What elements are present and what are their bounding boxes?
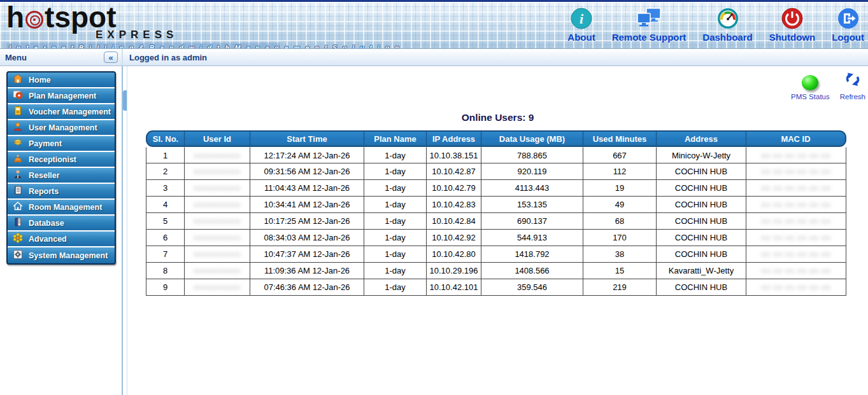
sidebar-item-home[interactable]: Home — [8, 73, 115, 88]
cell-mac-id: ×× ×× ×× ×× ×× ×× — [746, 279, 846, 296]
cell-start-time: 10:17:25 AM 12-Jan-26 — [250, 213, 364, 230]
sidebar-item-user-management[interactable]: User Management — [8, 120, 115, 136]
nav-logout[interactable]: Logout — [832, 7, 864, 43]
cell-plan-name: 1-day — [364, 230, 427, 246]
cell-start-time: 08:34:03 AM 12-Jan-26 — [250, 230, 364, 246]
nav-remote-support[interactable]: Remote Support — [612, 7, 687, 43]
sidebar-item-payment[interactable]: Payment — [8, 136, 115, 152]
col-header-data-usage: Data Usage (MB) — [481, 130, 583, 147]
sidebar-item-reseller[interactable]: Reseller — [8, 168, 115, 184]
sidebar-item-label: User Management — [29, 123, 97, 132]
sidebar-item-room-management[interactable]: Room Management — [8, 200, 115, 216]
col-header-mac-id: MAC ID — [746, 130, 846, 147]
advanced-icon — [13, 233, 23, 246]
cell-user-id: ×××××××××× — [185, 163, 250, 180]
cell-used-minutes: 49 — [583, 197, 657, 213]
sidebar-item-receptionist[interactable]: Receptionist — [8, 152, 115, 168]
sidebar-item-advanced[interactable]: Advanced — [8, 232, 115, 247]
logged-in-bar: Logged in as admin — [123, 49, 868, 66]
cell-used-minutes: 170 — [583, 230, 657, 246]
cell-ip-address: 10.10.29.196 — [427, 263, 481, 279]
sidebar-item-voucher-management[interactable]: Voucher Management — [8, 104, 115, 120]
info-icon: i — [570, 7, 593, 30]
table-row: 9 ×××××××××× 07:46:36 AM 12-Jan-26 1-day… — [146, 279, 846, 296]
col-header-plan-name: Plan Name — [364, 130, 427, 147]
room-icon — [13, 201, 23, 214]
cell-used-minutes: 19 — [583, 180, 657, 197]
cell-data-usage: 4113.443 — [481, 180, 583, 197]
nav-dashboard[interactable]: Dashboard — [702, 7, 752, 43]
cell-user-id: ×××××××××× — [185, 246, 250, 263]
cell-start-time: 11:09:36 AM 12-Jan-26 — [250, 263, 364, 279]
blurred-mac-id: ×× ×× ×× ×× ×× ×× — [761, 152, 830, 160]
table-row: 5 ×××××××××× 10:17:25 AM 12-Jan-26 1-day… — [146, 213, 846, 230]
brand-name-h: h — [6, 3, 24, 31]
cell-data-usage: 1408.566 — [481, 263, 583, 279]
panel-scrollbar-thumb[interactable] — [123, 90, 127, 111]
col-header-address: Address — [657, 130, 746, 147]
sidebar-item-plan-management[interactable]: Plan Management — [8, 88, 115, 104]
sidebar-item-label: Receptionist — [29, 155, 76, 164]
refresh-control[interactable]: Refresh — [840, 71, 865, 100]
sidebar-item-label: Home — [29, 76, 51, 85]
reports-icon — [13, 185, 23, 198]
sidebar-item-label: Advanced — [29, 235, 67, 244]
cell-used-minutes: 38 — [583, 246, 657, 263]
cell-address: COCHIN HUB — [657, 230, 746, 246]
table-row: 8 ×××××××××× 11:09:36 AM 12-Jan-26 1-day… — [146, 263, 846, 279]
remote-support-icon — [636, 7, 662, 30]
application-window: htspot EXPRESS I n t e r n e t B i l l i… — [0, 0, 868, 395]
page-title: Online Users: 9 — [127, 66, 868, 123]
cell-plan-name: 1-day — [364, 163, 427, 180]
cell-sl-no: 1 — [146, 147, 185, 163]
pms-status-green-icon — [802, 75, 818, 90]
cell-address: Kavaratti_W-Jetty — [657, 263, 746, 279]
cell-user-id: ×××××××××× — [185, 230, 250, 246]
cell-sl-no: 6 — [146, 230, 185, 246]
cell-data-usage: 690.137 — [481, 213, 583, 230]
cell-sl-no: 3 — [146, 180, 185, 197]
menu-collapse-button[interactable]: « — [104, 52, 118, 63]
target-o-icon — [25, 11, 43, 29]
app-header: htspot EXPRESS I n t e r n e t B i l l i… — [0, 2, 868, 49]
cell-data-usage: 544.913 — [481, 230, 583, 246]
sidebar-item-label: System Management — [29, 251, 108, 260]
cell-used-minutes: 112 — [583, 163, 657, 180]
cell-start-time: 12:17:24 AM 12-Jan-26 — [250, 147, 364, 163]
brand-express: EXPRESS — [96, 29, 280, 41]
brand-name: htspot — [6, 3, 280, 31]
user-icon — [13, 121, 23, 134]
cell-plan-name: 1-day — [364, 213, 427, 230]
blurred-user-id: ×××××××××× — [194, 251, 241, 258]
sidebar-item-label: Room Management — [29, 203, 102, 212]
brand-name-rest: tspot — [45, 3, 116, 31]
sidebar-item-database[interactable]: Database — [8, 216, 115, 232]
cell-address: COCHIN HUB — [657, 197, 746, 213]
blurred-mac-id: ×× ×× ×× ×× ×× ×× — [761, 168, 830, 176]
table-row: 1 ×××××××××× 12:17:24 AM 12-Jan-26 1-day… — [146, 147, 846, 163]
brand-logo: htspot EXPRESS I n t e r n e t B i l l i… — [6, 3, 280, 49]
sidebar-menu: Home Plan Management Voucher Management … — [6, 71, 116, 265]
cell-user-id: ×××××××××× — [185, 263, 250, 279]
cell-data-usage: 359.546 — [481, 279, 583, 296]
col-header-ip-address: IP Address — [427, 130, 481, 147]
brand-tagline: I n t e r n e t B i l l i n g & B a n d … — [6, 43, 280, 49]
cell-mac-id: ×× ×× ×× ×× ×× ×× — [746, 263, 846, 279]
nav-logout-label: Logout — [832, 32, 864, 43]
refresh-icon — [844, 71, 862, 90]
cell-mac-id: ×× ×× ×× ×× ×× ×× — [746, 197, 846, 213]
nav-shutdown[interactable]: Shutdown — [769, 7, 815, 43]
cell-mac-id: ×× ×× ×× ×× ×× ×× — [746, 147, 846, 163]
sidebar-item-reports[interactable]: Reports — [8, 184, 115, 200]
nav-shutdown-label: Shutdown — [769, 32, 815, 43]
payment-icon — [13, 137, 23, 150]
voucher-icon — [13, 106, 23, 118]
blurred-mac-id: ×× ×× ×× ×× ×× ×× — [761, 218, 830, 225]
cell-user-id: ×××××××××× — [185, 197, 250, 213]
sidebar-item-system-management[interactable]: System Management — [8, 247, 115, 263]
cell-address: COCHIN HUB — [657, 180, 746, 197]
main-area: Home Plan Management Voucher Management … — [0, 66, 868, 395]
sidebar-panel: Home Plan Management Voucher Management … — [0, 66, 123, 395]
cell-user-id: ×××××××××× — [185, 180, 250, 197]
nav-about[interactable]: i About — [567, 7, 595, 43]
